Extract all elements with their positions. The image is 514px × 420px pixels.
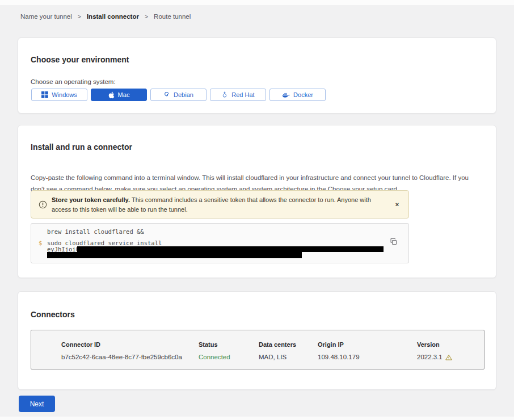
data-centers-value: MAD, LIS: [259, 354, 318, 360]
choose-environment-title: Choose your environment: [31, 55, 129, 64]
breadcrumb-route-tunnel[interactable]: Route tunnel: [154, 13, 191, 20]
copy-icon[interactable]: [389, 237, 399, 247]
status-badge: Connected: [199, 354, 259, 360]
table-row: b7c52c42-6caa-48ee-8c77-fbe259cb6c0a Con…: [61, 354, 473, 360]
col-header-version: Version: [417, 341, 473, 348]
os-button-label: Debian: [174, 91, 193, 98]
warning-triangle-icon[interactable]: [445, 354, 452, 360]
install-command-code-block[interactable]: $ brew install cloudflared && sudo cloud…: [31, 223, 409, 263]
alert-circle-icon: [39, 200, 47, 211]
apple-icon: [108, 91, 115, 99]
col-header-status: Status: [199, 341, 259, 348]
breadcrumb-separator: >: [78, 13, 81, 20]
next-button[interactable]: Next: [19, 396, 55, 412]
os-button-windows[interactable]: Windows: [31, 89, 87, 101]
os-button-label: Windows: [52, 91, 77, 98]
code-line-brew-install: brew install cloudflared &&: [47, 228, 144, 235]
breadcrumb: Name your tunnel > Install connector > R…: [20, 13, 191, 20]
version-value: 2022.3.1: [417, 354, 443, 360]
redacted-token-bar: [77, 246, 384, 253]
connectors-table: Connector ID Status Data centers Origin …: [31, 330, 484, 369]
token-warning-title: Store your token carefully.: [52, 196, 132, 203]
install-connector-title: Install and run a connector: [31, 142, 132, 152]
connectors-title: Connectors: [31, 310, 75, 319]
breadcrumb-name-your-tunnel[interactable]: Name your tunnel: [20, 13, 72, 20]
token-warning-banner: Store your token carefully. This command…: [31, 190, 409, 219]
redacted-token-bar: [47, 252, 302, 258]
top-strip: [0, 0, 514, 5]
os-button-label: Mac: [118, 91, 130, 98]
os-button-label: Red Hat: [231, 91, 254, 98]
os-button-label: Docker: [293, 91, 313, 98]
os-select-label: Choose an operating system:: [31, 78, 116, 85]
connectors-table-header: Connector ID Status Data centers Origin …: [61, 341, 473, 348]
token-warning-text: Store your token carefully. This command…: [52, 195, 392, 215]
windows-icon: [41, 91, 48, 98]
version-cell: 2022.3.1: [417, 354, 473, 360]
breadcrumb-separator: >: [145, 13, 148, 20]
install-connector-card: Install and run a connector Copy-paste t…: [18, 125, 496, 278]
bottom-strip: [0, 417, 514, 420]
os-button-debian[interactable]: Debian: [150, 89, 207, 101]
origin-ip-value: 109.48.10.179: [318, 354, 417, 360]
warning-close-icon[interactable]: ×: [393, 200, 402, 209]
col-header-data-centers: Data centers: [259, 341, 318, 348]
docker-icon: [282, 92, 290, 98]
os-button-group: Windows Mac Debian Red Hat Docker: [31, 89, 326, 101]
connector-id-value: b7c52c42-6caa-48ee-8c77-fbe259cb6c0a: [61, 354, 199, 360]
redhat-icon: [221, 91, 228, 98]
terminal-prompt: $: [39, 240, 42, 246]
col-header-connector-id: Connector ID: [61, 341, 199, 348]
breadcrumb-install-connector[interactable]: Install connector: [87, 13, 139, 20]
choose-environment-card: Choose your environment Choose an operat…: [18, 37, 496, 114]
os-button-mac[interactable]: Mac: [91, 89, 147, 101]
debian-icon: [163, 91, 170, 98]
col-header-origin-ip: Origin IP: [318, 341, 417, 348]
connectors-card: Connectors Connector ID Status Data cent…: [18, 291, 496, 390]
os-button-docker[interactable]: Docker: [269, 89, 326, 101]
os-button-redhat[interactable]: Red Hat: [210, 89, 266, 101]
